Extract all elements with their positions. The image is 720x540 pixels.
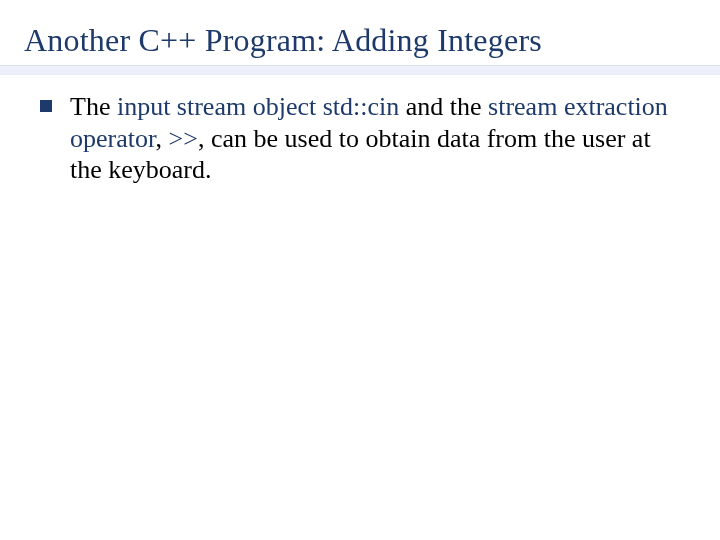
keyword-text: input stream object (117, 92, 316, 121)
plain-text: , (156, 124, 169, 153)
bullet-item: The input stream object std::cin and the… (40, 91, 680, 186)
keyword-text: std::cin (323, 92, 400, 121)
slide: Another C++ Program: Adding Integers The… (0, 0, 720, 540)
keyword-text: >> (169, 124, 198, 153)
slide-body: The input stream object std::cin and the… (0, 75, 720, 186)
square-bullet-icon (40, 100, 52, 112)
bullet-text: The input stream object std::cin and the… (70, 91, 680, 186)
plain-text: The (70, 92, 117, 121)
slide-title: Another C++ Program: Adding Integers (0, 0, 720, 63)
title-underline (0, 65, 720, 75)
plain-text: and the (399, 92, 488, 121)
